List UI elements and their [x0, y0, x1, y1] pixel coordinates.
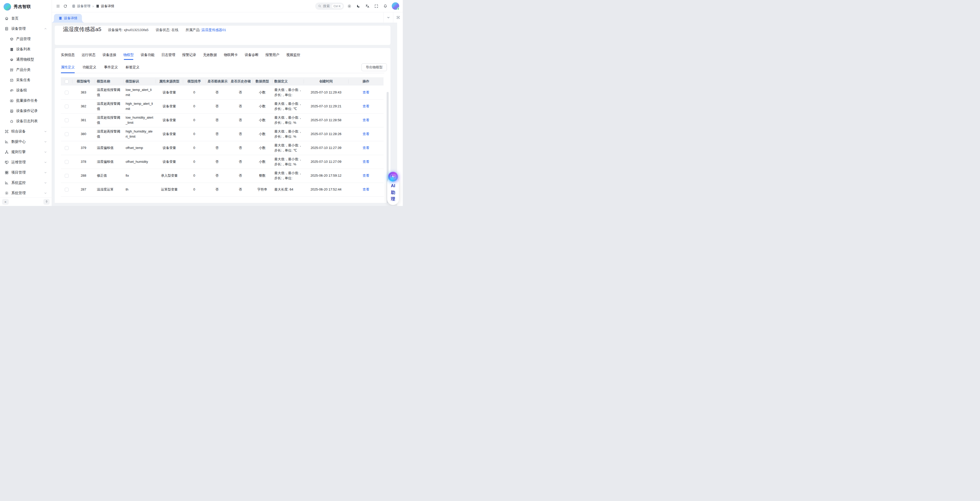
device-meta: 设备编号: xjhu0132133fa5设备状态: 在线所属产品: 温湿度传感器… — [108, 28, 226, 32]
device-meta-item: 所属产品: 温湿度传感器01 — [186, 28, 226, 32]
row-checkbox[interactable] — [65, 105, 68, 108]
cell-identifier: offset_humidity — [124, 155, 156, 169]
sidebar-item-设备操作记录[interactable]: 设备操作记录 — [3, 106, 49, 116]
cell-dtype: 小数 — [252, 86, 272, 99]
tab-视频监控[interactable]: 视频监控 — [286, 52, 300, 63]
search-input[interactable]: 搜索 Ctrl K — [315, 3, 344, 10]
tab-运行状态[interactable]: 运行状态 — [82, 52, 95, 63]
table-row: 381湿度超低报警阈值low_humidity_alert_limit设备变量0… — [61, 113, 383, 127]
sidebar-item-数据中心[interactable]: 数据中心 — [3, 137, 49, 147]
cell-history: 否 — [229, 113, 252, 127]
sidebar-item-label: 设备列表 — [16, 47, 30, 52]
sidebar-item-系统监控[interactable]: 系统监控 — [3, 178, 49, 188]
tab-报警记录[interactable]: 报警记录 — [182, 52, 196, 63]
sidebar-item-设备列表[interactable]: 设备列表 — [3, 44, 49, 54]
sidebar-item-系统管理[interactable]: 系统管理 — [3, 188, 49, 197]
user-avatar[interactable] — [392, 2, 399, 10]
topbar-actions: 搜索 Ctrl K — [315, 2, 399, 10]
cell-history: 否 — [229, 169, 252, 183]
dark-mode-button[interactable] — [355, 3, 362, 10]
fullscreen-button[interactable] — [373, 3, 380, 10]
ai-assistant-widget[interactable]: AI AI助理 — [387, 172, 400, 205]
sidebar-item-项目管理[interactable]: 项目管理 — [3, 167, 49, 178]
cell-created: 2025-07-10 11:28:58 — [304, 113, 348, 127]
row-checkbox-cell — [61, 113, 72, 127]
cell-source: 运算型变量 — [156, 183, 183, 196]
tab-实例信息[interactable]: 实例信息 — [61, 52, 75, 63]
sidebar-item-label: 设备日志列表 — [16, 119, 38, 124]
cell-sort: 0 — [183, 183, 205, 196]
cell-id: 288 — [72, 169, 95, 183]
row-checkbox[interactable] — [65, 188, 68, 192]
sidebar-item-组合设备[interactable]: 组合设备 — [3, 126, 49, 137]
view-link[interactable]: 查看 — [363, 104, 369, 108]
subtab-事件定义[interactable]: 事件定义 — [104, 65, 118, 73]
select-all-checkbox[interactable] — [65, 80, 68, 83]
sidebar-item-规则引擎[interactable]: 规则引擎 — [3, 147, 49, 157]
cell-action: 查看 — [348, 141, 383, 155]
sidebar-item-运维管理[interactable]: 运维管理 — [3, 157, 49, 167]
view-link[interactable]: 查看 — [363, 146, 369, 150]
sidebar-item-首页[interactable]: 首页 — [3, 13, 49, 24]
tab-设备连接[interactable]: 设备连接 — [102, 52, 116, 63]
cell-history: 否 — [229, 127, 252, 141]
cell-action: 查看 — [348, 113, 383, 127]
subtab-属性定义[interactable]: 属性定义 — [61, 65, 75, 73]
cabinet-icon — [72, 4, 76, 8]
breadcrumb-item-设备管理[interactable]: 设备管理 — [72, 4, 91, 8]
sidebar-collapse-button[interactable]: « — [2, 199, 9, 205]
sidebar-item-设备管理[interactable]: 设备管理 — [3, 24, 49, 34]
tab-物联网卡[interactable]: 物联网卡 — [224, 52, 238, 63]
brand-logo-icon — [3, 3, 11, 11]
content-fullscreen-button[interactable] — [393, 12, 403, 22]
monitor-icon — [5, 160, 9, 164]
subtab-标签定义[interactable]: 标签定义 — [126, 65, 140, 73]
device-header-card: 温湿度传感器a5 设备编号: xjhu0132133fa5设备状态: 在线所属产… — [55, 26, 390, 45]
view-link[interactable]: 查看 — [363, 91, 369, 94]
sidebar-item-通用物模型[interactable]: 通用物模型 — [3, 54, 49, 65]
view-link[interactable]: 查看 — [363, 118, 369, 122]
refresh-button[interactable] — [62, 3, 69, 10]
cell-def: 最大值: , 最小值: , 步长: , 单位: — [272, 86, 304, 99]
page-tab-device-detail[interactable]: 设备详情 — [54, 14, 82, 22]
row-checkbox[interactable] — [65, 132, 68, 136]
tab-日志管理[interactable]: 日志管理 — [162, 52, 175, 63]
sidebar-item-采集任务[interactable]: 采集任务 — [3, 75, 49, 85]
view-link[interactable]: 查看 — [363, 173, 369, 177]
row-checkbox[interactable] — [65, 174, 68, 178]
menu-toggle-button[interactable] — [54, 3, 62, 10]
breadcrumb-item-设备详情[interactable]: 设备详情 — [96, 4, 114, 8]
export-model-button[interactable]: 导出物模型 — [361, 64, 387, 71]
notifications-button[interactable] — [382, 3, 389, 10]
sidebar-item-产品分类[interactable]: 产品分类 — [3, 65, 49, 75]
column-header-数据定义: 数据定义 — [272, 77, 304, 86]
column-header-模型排序: 模型排序 — [183, 77, 205, 86]
view-link[interactable]: 查看 — [363, 160, 369, 164]
row-checkbox[interactable] — [65, 146, 68, 150]
subtab-功能定义[interactable]: 功能定义 — [83, 65, 96, 73]
view-link[interactable]: 查看 — [363, 132, 369, 136]
sidebar-item-批量操作任务[interactable]: 批量操作任务 — [3, 95, 49, 106]
ai-assistant-icon[interactable]: AI — [388, 172, 398, 181]
cell-created: 2025-07-10 11:29:43 — [304, 86, 348, 99]
row-checkbox[interactable] — [65, 160, 68, 164]
sidebar-item-label: 首页 — [11, 16, 19, 21]
view-link[interactable]: 查看 — [363, 188, 369, 191]
tab-物模型[interactable]: 物模型 — [123, 52, 134, 63]
tab-设备功能[interactable]: 设备功能 — [141, 52, 154, 63]
tab-报警用户[interactable]: 报警用户 — [266, 52, 280, 63]
language-button[interactable] — [364, 3, 371, 10]
tab-设备诊断[interactable]: 设备诊断 — [245, 52, 259, 63]
table-row: 378湿度偏移值offset_humidity设备变量0否否小数最大值: , 最… — [61, 155, 383, 169]
sidebar-item-产品管理[interactable]: 产品管理 — [3, 34, 49, 44]
row-checkbox[interactable] — [65, 91, 68, 94]
product-link[interactable]: 温湿度传感器01 — [201, 28, 226, 32]
row-checkbox[interactable] — [65, 118, 68, 122]
tab-list-dropdown-button[interactable] — [383, 12, 393, 22]
settings-button[interactable] — [346, 3, 353, 10]
sidebar-item-设备组[interactable]: 设备组 — [3, 85, 49, 95]
sidebar-pin-button[interactable] — [43, 199, 49, 205]
tab-无效数据[interactable]: 无效数据 — [203, 52, 217, 63]
breadcrumb-separator: › — [92, 4, 94, 8]
sidebar-item-设备日志列表[interactable]: 设备日志列表 — [3, 116, 49, 126]
